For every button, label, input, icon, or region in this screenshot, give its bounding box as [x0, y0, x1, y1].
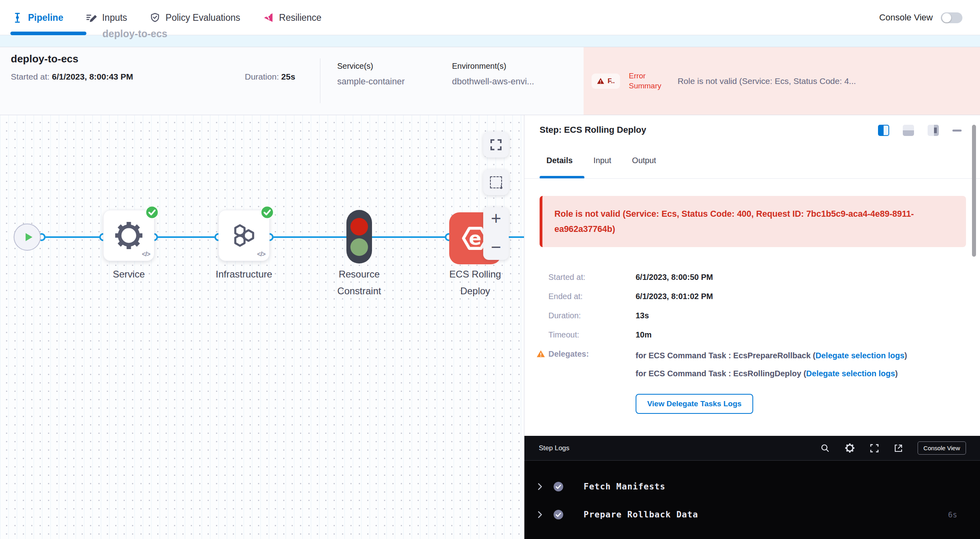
pipeline-canvas[interactable]: </> </> e Service Infrastructure Resourc…: [0, 115, 524, 539]
tab-inputs[interactable]: Inputs: [86, 12, 127, 23]
delegate-selection-logs-link[interactable]: Delegate selection logs: [806, 369, 895, 378]
ghost-page-title: deploy-to-ecs: [102, 28, 168, 40]
detail-label: Timeout:: [548, 330, 636, 339]
step-logs-title: Step Logs: [539, 444, 570, 452]
detail-row-duration: Duration: 13s: [548, 311, 649, 320]
tab-resilience[interactable]: Resilience: [263, 12, 322, 23]
minimize-panel-icon[interactable]: [952, 130, 962, 132]
logs-search-icon[interactable]: [820, 443, 830, 453]
log-step-row[interactable]: Prepare Rollback Data 6s: [524, 501, 980, 529]
layout-right-view-icon[interactable]: [928, 125, 939, 136]
zoom-in-button[interactable]: +: [491, 210, 501, 227]
failed-warning-icon: [597, 77, 604, 85]
marquee-icon: [490, 176, 502, 188]
chevron-right-icon[interactable]: [536, 483, 544, 491]
step-logs-section: Step Logs: [524, 436, 980, 539]
delegate-selection-logs-link[interactable]: Delegate selection logs: [816, 351, 904, 360]
pipeline-name: deploy-to-ecs: [11, 53, 78, 65]
node-service[interactable]: </>: [103, 210, 154, 261]
tab-policy-evaluations[interactable]: Policy Evaluations: [150, 12, 240, 23]
traffic-green-light: [350, 238, 368, 256]
layout-bottom-view-icon[interactable]: [903, 125, 914, 136]
error-summary-label: Error Summary: [629, 71, 669, 91]
pipeline-icon: [12, 12, 23, 23]
tab-input[interactable]: Input: [594, 156, 611, 165]
active-tab-indicator: [10, 32, 86, 35]
step-success-check-icon: [553, 481, 564, 492]
canvas-zoom-controls: + −: [483, 207, 509, 260]
services-value[interactable]: sample-container: [337, 76, 405, 87]
logs-settings-gear-icon[interactable]: [844, 443, 855, 453]
status-badge: F..: [592, 74, 620, 89]
console-view-label: Console View: [879, 12, 933, 23]
node-label-infrastructure: Infrastructure: [196, 266, 292, 283]
header-divider: [320, 58, 320, 103]
code-glyph: </>: [257, 251, 265, 258]
node-label-service: Service: [103, 266, 154, 283]
node-label-ecs: ECS Rolling Deploy: [440, 266, 510, 299]
node-infrastructure[interactable]: </>: [218, 210, 270, 261]
duration: Duration: 25s: [245, 72, 295, 82]
detail-label: Ended at:: [548, 292, 636, 301]
canvas-marquee-select-button[interactable]: [483, 170, 509, 195]
canvas-fullscreen-button[interactable]: [483, 132, 509, 158]
duration-label: Duration:: [245, 72, 279, 81]
error-summary-text: Role is not valid (Service: Ecs, Status …: [678, 76, 970, 86]
detail-row-ended: Ended at: 6/1/2023, 8:01:02 PM: [548, 292, 713, 301]
delegates-label: Delegates:: [548, 349, 636, 380]
logs-fullscreen-icon[interactable]: [870, 443, 879, 453]
tab-label: Policy Evaluations: [166, 12, 240, 23]
tab-details[interactable]: Details: [546, 156, 573, 165]
node-label-resource-constraint: Resource Constraint: [325, 266, 394, 299]
success-check-badge: [145, 206, 159, 219]
panel-scrollbar[interactable]: [972, 125, 976, 257]
gear-icon: [113, 220, 145, 252]
code-glyph: </>: [142, 251, 150, 258]
started-at-value: 6/1/2023, 8:00:43 PM: [52, 72, 133, 81]
step-logs-header: Step Logs: [524, 436, 980, 461]
detail-value: 6/1/2023, 8:01:02 PM: [636, 292, 713, 301]
tab-label: Inputs: [102, 12, 127, 23]
console-view-toggle[interactable]: [941, 12, 962, 23]
logs-open-external-icon[interactable]: [894, 443, 903, 453]
started-at-label: Started at:: [11, 72, 50, 81]
environments-label: Environment(s): [452, 62, 534, 71]
step-details-panel: Step: ECS Rolling Deploy Details Input O…: [524, 115, 980, 539]
tab-label: Resilience: [279, 12, 322, 23]
resilience-icon: [263, 12, 274, 23]
hexagons-icon: [228, 219, 260, 252]
success-check-badge: [260, 206, 274, 219]
delegates-info: for ECS Command Task : EcsPrepareRollbac…: [636, 349, 934, 380]
play-icon: [23, 232, 34, 243]
environments-block: Environment(s) dbothwell-aws-envi...: [452, 62, 534, 87]
inputs-icon: [86, 12, 97, 23]
panel-tabs: Details Input Output: [546, 156, 656, 165]
fullscreen-icon: [490, 138, 502, 151]
traffic-red-light: [350, 218, 368, 236]
status-badge-text: F..: [608, 77, 615, 85]
tab-pipeline[interactable]: Pipeline: [12, 12, 63, 23]
log-step-row[interactable]: Fetch Manifests: [524, 473, 980, 501]
view-delegate-tasks-logs-button[interactable]: View Delegate Tasks Logs: [636, 394, 753, 414]
log-step-duration: 6s: [948, 510, 957, 519]
delegate-task-2: for ECS Command Task : EcsRollingDeploy …: [636, 367, 934, 380]
chevron-right-icon[interactable]: [536, 511, 544, 519]
detail-row-started: Started at: 6/1/2023, 8:00:50 PM: [548, 273, 713, 282]
logs-console-view-button[interactable]: Console View: [918, 441, 966, 455]
detail-row-delegates: Delegates: for ECS Command Task : EcsPre…: [536, 349, 934, 380]
panel-title: Step: ECS Rolling Deploy: [540, 125, 646, 135]
duration-value: 25s: [281, 72, 295, 81]
delegate-task-1: for ECS Command Task : EcsPrepareRollbac…: [636, 349, 934, 362]
log-step-name: Prepare Rollback Data: [584, 510, 698, 519]
error-summary-section: F.. Error Summary Role is not valid (Ser…: [584, 47, 980, 115]
step-error-banner: Role is not valid (Service: Ecs, Status …: [540, 196, 966, 247]
toggle-knob: [942, 13, 951, 22]
zoom-out-button[interactable]: −: [491, 238, 501, 256]
tab-output[interactable]: Output: [632, 156, 656, 165]
services-label: Service(s): [337, 62, 405, 71]
pipeline-start-node[interactable]: [14, 224, 41, 251]
layout-split-view-icon[interactable]: [878, 125, 889, 136]
detail-label: Started at:: [548, 273, 636, 282]
node-resource-constraint[interactable]: [346, 210, 372, 264]
environments-value[interactable]: dbothwell-aws-envi...: [452, 76, 534, 87]
